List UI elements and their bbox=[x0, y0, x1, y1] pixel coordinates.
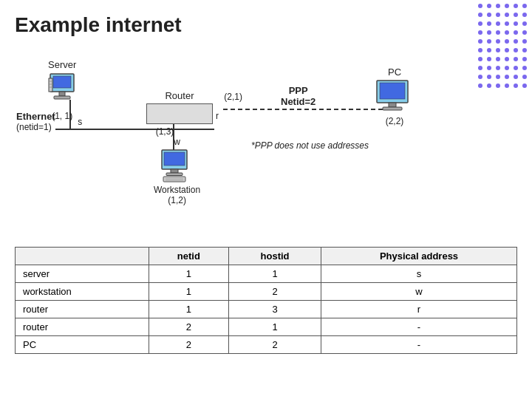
cell-physical: w bbox=[321, 283, 517, 301]
pc-icon bbox=[375, 79, 414, 115]
col-header-device bbox=[16, 248, 149, 265]
address-table: netid hostid Physical address server 1 1… bbox=[15, 247, 517, 354]
svg-point-23 bbox=[522, 30, 527, 35]
svg-rect-66 bbox=[53, 76, 71, 88]
svg-point-17 bbox=[522, 21, 527, 26]
cell-device: router bbox=[16, 318, 149, 336]
cell-physical: s bbox=[321, 265, 517, 283]
cell-netid: 1 bbox=[149, 301, 228, 318]
svg-point-8 bbox=[496, 13, 500, 17]
table-header-row: netid hostid Physical address bbox=[16, 248, 517, 265]
svg-point-16 bbox=[514, 21, 518, 26]
svg-point-27 bbox=[505, 39, 509, 44]
cell-physical: - bbox=[321, 336, 517, 354]
svg-point-10 bbox=[514, 13, 518, 17]
table-row: router 1 3 r bbox=[16, 301, 517, 318]
ethernet-label-area: Ethernet (netid=1) bbox=[16, 111, 55, 132]
svg-point-24 bbox=[478, 39, 482, 44]
table-row: workstation 1 2 w bbox=[16, 283, 517, 301]
svg-point-19 bbox=[487, 30, 491, 35]
svg-point-25 bbox=[487, 39, 491, 44]
svg-point-12 bbox=[478, 21, 482, 26]
ppp-label-area: PPP Netid=2 bbox=[281, 85, 316, 107]
svg-point-15 bbox=[505, 21, 509, 26]
svg-point-29 bbox=[522, 39, 527, 44]
col-header-netid: netid bbox=[149, 248, 228, 265]
cell-device: router bbox=[16, 301, 149, 318]
pc-device: PC (2,2) bbox=[375, 66, 414, 126]
cell-hostid: 2 bbox=[229, 283, 321, 301]
table-row: server 1 1 s bbox=[16, 265, 517, 283]
col-header-hostid: hostid bbox=[229, 248, 321, 265]
svg-point-59 bbox=[522, 83, 527, 88]
cell-hostid: 1 bbox=[229, 265, 321, 283]
router-box bbox=[146, 103, 213, 124]
svg-point-9 bbox=[505, 13, 509, 17]
router-device: Router (2,1) (1,3) r bbox=[146, 90, 213, 137]
svg-point-53 bbox=[522, 75, 527, 79]
svg-point-6 bbox=[478, 13, 482, 17]
svg-point-47 bbox=[522, 66, 527, 70]
router-coord-top: (2,1) bbox=[224, 92, 242, 102]
cell-netid: 1 bbox=[149, 283, 228, 301]
svg-point-7 bbox=[487, 13, 491, 17]
cell-hostid: 1 bbox=[229, 318, 321, 336]
svg-rect-74 bbox=[380, 83, 405, 99]
ppp-note: *PPP does not use addresses bbox=[251, 140, 369, 151]
workstation-coord: (1,2) bbox=[168, 195, 186, 205]
cell-netid: 2 bbox=[149, 318, 228, 336]
svg-point-41 bbox=[522, 57, 527, 61]
cell-physical: r bbox=[321, 301, 517, 318]
pc-label: PC bbox=[388, 66, 401, 78]
workstation-icon bbox=[160, 149, 194, 184]
svg-rect-69 bbox=[49, 78, 52, 92]
page-title: Example internet bbox=[0, 0, 532, 44]
svg-rect-68 bbox=[54, 96, 70, 99]
cell-hostid: 3 bbox=[229, 301, 321, 318]
workstation-w: w bbox=[174, 137, 180, 147]
svg-point-22 bbox=[514, 30, 518, 35]
svg-rect-80 bbox=[166, 173, 183, 176]
svg-point-20 bbox=[496, 30, 500, 35]
workstation-label: Workstation bbox=[154, 185, 200, 195]
workstation-device: w Workstation (1,2) bbox=[154, 137, 200, 205]
svg-point-4 bbox=[514, 4, 518, 8]
cell-device: server bbox=[16, 265, 149, 283]
table-row: router 2 1 - bbox=[16, 318, 517, 336]
server-label: Server bbox=[48, 59, 76, 70]
table-row: PC 2 2 - bbox=[16, 336, 517, 354]
cell-netid: 1 bbox=[149, 265, 228, 283]
svg-point-0 bbox=[478, 4, 482, 8]
pc-coord: (2,2) bbox=[386, 116, 404, 126]
cell-netid: 2 bbox=[149, 336, 228, 354]
svg-rect-67 bbox=[59, 92, 65, 96]
svg-point-1 bbox=[487, 4, 491, 8]
svg-rect-76 bbox=[383, 107, 402, 110]
svg-point-3 bbox=[505, 4, 509, 8]
svg-rect-78 bbox=[164, 152, 185, 166]
svg-point-18 bbox=[478, 30, 482, 35]
svg-point-5 bbox=[522, 4, 527, 8]
svg-point-13 bbox=[487, 21, 491, 26]
cell-physical: - bbox=[321, 318, 517, 336]
svg-point-28 bbox=[514, 39, 518, 44]
router-coord-bottom: (1,3) bbox=[156, 126, 174, 137]
table-container: netid hostid Physical address server 1 1… bbox=[15, 247, 517, 354]
cell-hostid: 2 bbox=[229, 336, 321, 354]
svg-point-26 bbox=[496, 39, 500, 44]
diagram-area: Server (1, 1) s Router (2,1) (1,3) r PPP… bbox=[15, 44, 517, 244]
col-header-physical: Physical address bbox=[321, 248, 517, 265]
cell-device: workstation bbox=[16, 283, 149, 301]
svg-rect-79 bbox=[171, 169, 178, 173]
svg-point-11 bbox=[522, 13, 527, 17]
cell-device: PC bbox=[16, 336, 149, 354]
svg-rect-75 bbox=[389, 103, 396, 107]
ethernet-netid: (netid=1) bbox=[16, 122, 52, 132]
server-icon bbox=[48, 72, 76, 109]
router-label: Router bbox=[165, 90, 194, 101]
router-host: r bbox=[216, 111, 219, 121]
ethernet-label: Ethernet bbox=[16, 111, 55, 122]
svg-rect-81 bbox=[163, 177, 185, 182]
ppp-netid: Netid=2 bbox=[281, 96, 316, 107]
svg-point-21 bbox=[505, 30, 509, 35]
